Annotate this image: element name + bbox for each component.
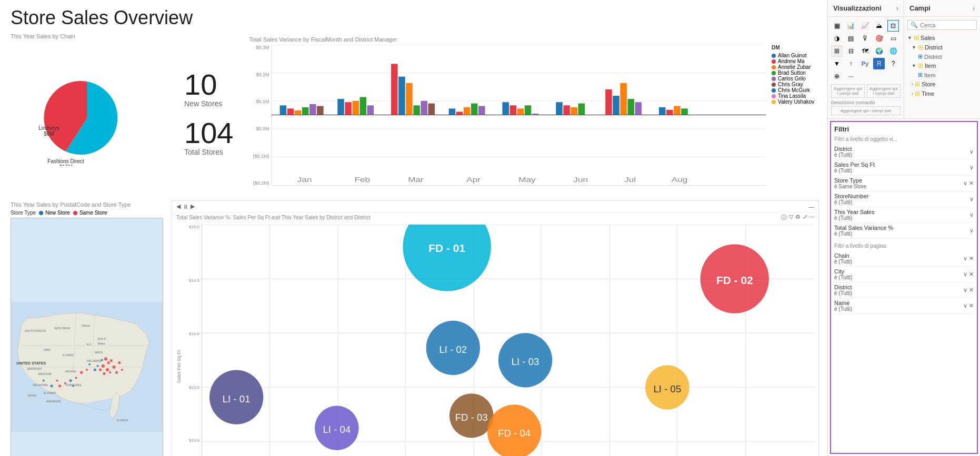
filter-item-storenumber[interactable]: StoreNumber è (Tutti) ∨ <box>834 191 974 207</box>
svg-text:SOUTH DAKOTA: SOUTH DAKOTA <box>25 329 46 332</box>
field-tree-time[interactable]: › ⊞ Time <box>912 89 977 98</box>
svg-text:NEBRASKA: NEBRASKA <box>27 367 42 370</box>
scatter-back-icon[interactable]: ◀ <box>176 203 181 210</box>
filter-item-name[interactable]: Name è (Tutti) ∨ ✕ <box>834 298 974 314</box>
svg-rect-24 <box>414 105 421 115</box>
viz-icon-card[interactable]: ▭ <box>887 33 899 44</box>
filter-clear-chain[interactable]: ✕ <box>969 255 974 262</box>
svg-text:FD - 03: FD - 03 <box>455 412 488 423</box>
scatter-pause-icon[interactable]: ⏸ <box>183 204 188 210</box>
viz-icon-r[interactable]: R <box>873 58 885 69</box>
viz-icon-gauge[interactable]: 🎯 <box>873 33 885 44</box>
viz-icon-python[interactable]: Py <box>859 58 871 69</box>
filter-clear-store-type[interactable]: ✕ <box>969 180 974 187</box>
drag-target-axis[interactable]: Aggiungere qui i campi dati <box>831 84 865 98</box>
svg-point-92 <box>97 365 99 367</box>
viz-expand-icon[interactable]: › <box>896 5 898 12</box>
viz-icon-pie[interactable]: ◑ <box>831 33 843 44</box>
field-tree-district[interactable]: ▼ ⊞ District <box>912 43 977 52</box>
field-tree-item[interactable]: ▼ ⊞ Item <box>912 61 977 70</box>
viz-icon-custom[interactable]: ⊕ <box>831 70 843 82</box>
svg-rect-46 <box>659 107 666 115</box>
viz-icon-table[interactable]: ⊞ <box>831 45 843 57</box>
scatter-play-icon[interactable]: ▶ <box>191 203 195 210</box>
field-tree-sales[interactable]: ▼ ⊞ Sales <box>907 33 977 43</box>
filter-item-store-type[interactable]: Store Type è Same Store ∨ ✕ <box>834 176 974 191</box>
filter-clear-name[interactable]: ✕ <box>969 302 974 309</box>
field-tree-district-child: ⊞ District <box>918 52 977 61</box>
svg-point-90 <box>109 371 111 373</box>
svg-rect-49 <box>682 109 688 115</box>
svg-point-84 <box>107 361 110 364</box>
svg-text:Ottawa: Ottawa <box>82 324 90 327</box>
scatter-menu[interactable]: — <box>808 204 814 210</box>
svg-text:FLORIDA: FLORIDA <box>117 419 129 422</box>
svg-text:MISSOURI: MISSOURI <box>38 372 51 376</box>
viz-icon-matrix[interactable]: ⊟ <box>845 45 857 57</box>
filter-item-chain[interactable]: Chain è (Tutti) ∨ ✕ <box>834 251 974 267</box>
svg-point-86 <box>110 359 113 362</box>
fields-search-input[interactable] <box>920 22 974 28</box>
field-tree-store[interactable]: › ⊞ Store <box>912 79 977 89</box>
svg-text:INDIANA: INDIANA <box>65 370 76 373</box>
viz-icon-stacked-bar[interactable]: ▦ <box>831 20 843 32</box>
svg-rect-43 <box>621 83 627 115</box>
same-store-legend: Same Store <box>73 210 107 216</box>
viz-icon-line[interactable]: 📈 <box>859 20 871 32</box>
svg-rect-47 <box>667 110 674 115</box>
svg-rect-15 <box>317 106 324 115</box>
svg-rect-21 <box>391 64 398 115</box>
viz-icon-bar[interactable]: 📊 <box>845 20 857 32</box>
campi-expand-icon[interactable]: › <box>973 5 975 12</box>
viz-icon-treemap[interactable]: ▤ <box>845 33 857 44</box>
filter-item-district-obj[interactable]: District è (Tutti) ∨ <box>834 144 974 160</box>
map-svg: SOUTH DAKOTA WISCONSIN Ottawa IOWA ILLIN… <box>11 218 163 456</box>
svg-point-89 <box>112 366 115 369</box>
drag-target-value[interactable]: Aggiungere qui i campi dati <box>867 84 901 98</box>
svg-rect-28 <box>456 112 463 115</box>
viz-icon-area[interactable]: ⛰ <box>873 20 885 32</box>
viz-icon-more[interactable]: ··· <box>845 70 857 82</box>
drag-target-tooltip[interactable]: Aggiungere qui i campi dati <box>831 106 901 115</box>
svg-rect-45 <box>635 102 642 115</box>
scatter-tooltip-icon[interactable]: ⓘ <box>781 214 787 221</box>
filter-clear-district[interactable]: ✕ <box>969 287 974 293</box>
scatter-filter-icon[interactable]: ▽ <box>789 214 793 221</box>
filter-item-city[interactable]: City è (Tutti) ∨ ✕ <box>834 267 974 282</box>
scatter-more-icon[interactable]: ··· <box>809 214 814 221</box>
viz-icon-slicer[interactable]: ▼ <box>831 58 843 69</box>
svg-point-98 <box>80 371 83 374</box>
svg-rect-20 <box>367 105 374 115</box>
svg-text:Jun: Jun <box>574 176 588 184</box>
legend-item: Brad Sutton <box>772 70 819 76</box>
viz-icon-globe[interactable]: 🌐 <box>887 45 899 57</box>
filter-section-page: Filtri a livello di pagina <box>834 243 974 249</box>
filter-item-district-page[interactable]: District è (Tutti) ∨ ✕ <box>834 282 974 298</box>
filter-item-total-variance[interactable]: Total Sales Variance % è (Tutti) ∨ <box>834 223 974 239</box>
filter-clear-city[interactable]: ✕ <box>969 271 974 278</box>
svg-text:May: May <box>519 176 536 184</box>
svg-text:TEXAS: TEXAS <box>27 394 36 398</box>
svg-rect-17 <box>345 102 352 115</box>
scatter-settings-icon[interactable]: ⚙ <box>795 214 801 221</box>
scatter-svg: FD - 01 FD - 02 LI - 01 <box>202 225 814 456</box>
new-stores-label: New Stores <box>184 99 233 108</box>
viz-icon-map[interactable]: 🗺 <box>859 45 871 57</box>
page-title: Store Sales Overview <box>11 6 817 29</box>
filter-item-sales-per-sqft[interactable]: Sales Per Sq Ft è (Tutti) ∨ <box>834 160 974 176</box>
filter-item-this-year-sales[interactable]: This Year Sales è (Tutti) ∨ <box>834 207 974 223</box>
scatter-focus-icon[interactable]: ⤢ <box>803 214 807 221</box>
svg-text:Lindseys: Lindseys <box>38 125 59 131</box>
viz-icon-scatter[interactable]: ⊡ <box>887 20 899 32</box>
svg-rect-40 <box>578 104 585 115</box>
viz-icon-filled-map[interactable]: 🌍 <box>873 45 885 57</box>
viz-icon-qna[interactable]: ? <box>887 58 899 69</box>
visualizzazioni-header: Visualizzazioni <box>833 4 882 12</box>
viz-icon-kpi[interactable]: ↑ <box>845 58 857 69</box>
svg-text:$16M: $16M <box>59 164 72 166</box>
svg-text:FD - 04: FD - 04 <box>498 428 531 439</box>
new-stores-value: 10 <box>184 70 233 99</box>
pie-chart-title: This Year Sales by Chain <box>11 33 163 39</box>
viz-icon-funnel[interactable]: ⊽ <box>859 33 871 44</box>
svg-rect-31 <box>478 106 485 115</box>
